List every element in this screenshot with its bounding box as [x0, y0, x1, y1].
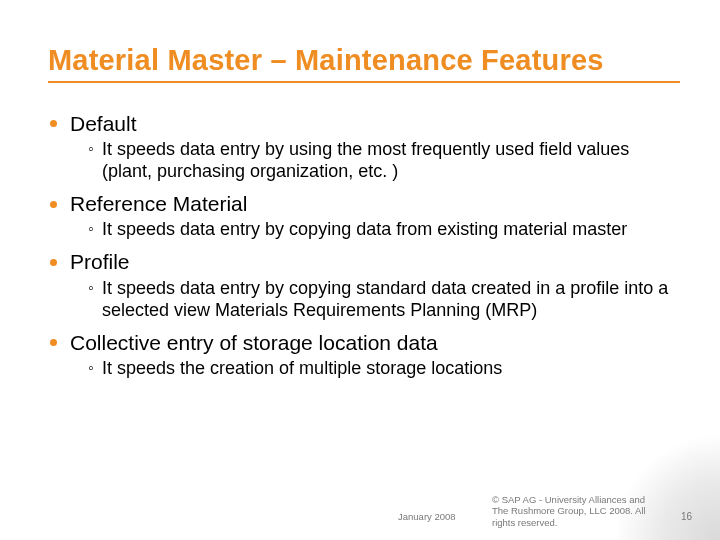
bullet-list: Default It speeds data entry by using th… [48, 111, 680, 380]
list-item: Reference Material It speeds data entry … [48, 191, 680, 241]
footer-page-number: 16 [681, 511, 692, 522]
footer-date: January 2008 [398, 511, 456, 522]
sub-item: It speeds data entry by using the most f… [88, 139, 680, 183]
sub-item: It speeds the creation of multiple stora… [88, 358, 680, 380]
list-item: Profile It speeds data entry by copying … [48, 249, 680, 321]
sub-list: It speeds data entry by copying data fro… [70, 219, 680, 241]
sub-item: It speeds data entry by copying standard… [88, 278, 680, 322]
sub-list: It speeds data entry by copying standard… [70, 278, 680, 322]
footer-copyright: © SAP AG - University Alliances and The … [492, 494, 662, 528]
slide: Material Master – Maintenance Features D… [0, 0, 720, 540]
sub-list: It speeds data entry by using the most f… [70, 139, 680, 183]
slide-title: Material Master – Maintenance Features [48, 44, 680, 83]
item-label: Reference Material [70, 192, 247, 215]
item-label: Profile [70, 250, 130, 273]
list-item: Collective entry of storage location dat… [48, 330, 680, 380]
sub-item: It speeds data entry by copying data fro… [88, 219, 680, 241]
sub-list: It speeds the creation of multiple stora… [70, 358, 680, 380]
item-label: Collective entry of storage location dat… [70, 331, 438, 354]
list-item: Default It speeds data entry by using th… [48, 111, 680, 183]
item-label: Default [70, 112, 137, 135]
